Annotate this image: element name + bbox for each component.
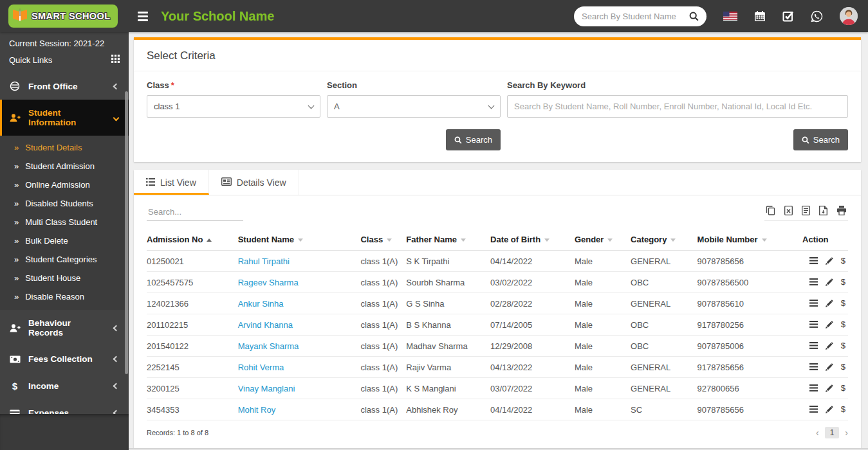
view-details-icon[interactable] bbox=[809, 321, 818, 328]
tab-label: Details View bbox=[237, 177, 286, 188]
cell-category: GENERAL bbox=[631, 293, 697, 314]
student-name-link[interactable]: Mohit Roy bbox=[238, 405, 276, 415]
col-father-name[interactable]: Father Name bbox=[406, 229, 490, 251]
sidebar-subitem[interactable]: » Disabled Students bbox=[0, 194, 129, 213]
fees-dollar-icon[interactable]: $ bbox=[841, 256, 845, 266]
col-action: Action bbox=[802, 229, 848, 251]
edit-pencil-icon[interactable] bbox=[826, 384, 833, 392]
export-pdf-icon[interactable] bbox=[819, 206, 827, 215]
sidebar-scrollbar[interactable] bbox=[125, 91, 128, 374]
student-name-link[interactable]: Arvind Khanna bbox=[238, 320, 293, 330]
sidebar-subitem[interactable]: » Student Admission bbox=[0, 157, 129, 176]
app-logo[interactable]: SMART SCHOOL bbox=[8, 4, 118, 28]
sidebar-subitem[interactable]: » Student Categories bbox=[0, 250, 129, 269]
view-details-icon[interactable] bbox=[809, 384, 818, 392]
cell-class: class 1(A) bbox=[360, 293, 406, 314]
language-flag-icon[interactable] bbox=[723, 12, 737, 21]
double-angle-icon: » bbox=[14, 292, 19, 302]
section-select[interactable]: A bbox=[327, 95, 501, 118]
col-category[interactable]: Category bbox=[631, 229, 697, 251]
whatsapp-icon[interactable] bbox=[811, 10, 823, 22]
edit-pencil-icon[interactable] bbox=[826, 257, 833, 265]
next-page-icon[interactable]: › bbox=[845, 428, 848, 438]
fees-dollar-icon[interactable]: $ bbox=[841, 341, 845, 350]
view-details-icon[interactable] bbox=[809, 278, 818, 285]
col-admission-no[interactable]: Admission No bbox=[147, 229, 238, 251]
logo-text: SMART SCHOOL bbox=[32, 11, 110, 21]
keyword-input[interactable] bbox=[507, 95, 848, 118]
sidebar-subitem[interactable]: » Student Details bbox=[0, 138, 129, 157]
section-label: Section bbox=[327, 80, 501, 90]
sort-icon bbox=[387, 239, 392, 242]
sidebar-item-fees-collection[interactable]: Fees Collection bbox=[0, 346, 129, 372]
prev-page-icon[interactable]: ‹ bbox=[816, 428, 819, 438]
class-select[interactable]: class 1 bbox=[147, 95, 320, 118]
copy-icon[interactable] bbox=[766, 206, 775, 215]
edit-pencil-icon[interactable] bbox=[826, 278, 833, 286]
export-csv-icon[interactable] bbox=[802, 206, 810, 215]
sidebar-subitem[interactable]: » Online Admission bbox=[0, 176, 129, 194]
student-name-link[interactable]: Rageev Sharma bbox=[238, 278, 299, 287]
col-date-of-birth[interactable]: Date of Birth bbox=[490, 229, 575, 251]
header-search-input[interactable] bbox=[582, 12, 689, 21]
sidebar-item-front-office[interactable]: Front Office bbox=[0, 73, 129, 100]
edit-pencil-icon[interactable] bbox=[826, 300, 833, 307]
col-student-name[interactable]: Student Name bbox=[238, 229, 361, 251]
view-details-icon[interactable] bbox=[809, 342, 818, 349]
cell-gender: Male bbox=[575, 293, 631, 314]
sidebar-toggle-icon[interactable] bbox=[138, 10, 151, 23]
class-search-button[interactable]: Search bbox=[446, 129, 501, 150]
export-excel-icon[interactable] bbox=[784, 206, 793, 215]
edit-pencil-icon[interactable] bbox=[826, 406, 833, 413]
student-name-link[interactable]: Rohit Verma bbox=[238, 363, 284, 372]
user-avatar[interactable] bbox=[840, 7, 858, 25]
tab-list-view[interactable]: List View bbox=[134, 170, 209, 195]
col-mobile-number[interactable]: Mobile Number bbox=[697, 229, 803, 251]
sidebar-item-income[interactable]: $ Income bbox=[0, 372, 129, 400]
fees-dollar-icon[interactable]: $ bbox=[841, 362, 845, 372]
sidebar-item-expenses[interactable]: Expenses bbox=[0, 400, 129, 414]
col-gender[interactable]: Gender bbox=[575, 229, 631, 251]
fees-dollar-icon[interactable]: $ bbox=[841, 298, 845, 308]
search-icon[interactable] bbox=[689, 12, 699, 21]
sidebar-subitem[interactable]: » Bulk Delete bbox=[0, 231, 129, 250]
grid-icon[interactable] bbox=[111, 55, 120, 65]
view-details-icon[interactable] bbox=[809, 300, 818, 307]
student-name-link[interactable]: Vinay Manglani bbox=[238, 384, 295, 393]
sidebar-subitem[interactable]: » Multi Class Student bbox=[0, 213, 129, 231]
table-search-input[interactable] bbox=[147, 204, 243, 221]
cell-father-name: S K Tirpathi bbox=[406, 251, 490, 272]
student-name-link[interactable]: Ankur Sinha bbox=[238, 299, 284, 309]
sidebar-item-behaviour-records[interactable]: Behaviour Records bbox=[0, 310, 129, 346]
edit-pencil-icon[interactable] bbox=[826, 363, 833, 371]
view-details-icon[interactable] bbox=[809, 363, 818, 370]
sidebar-subitem[interactable]: » Disable Reason bbox=[0, 287, 129, 306]
cell-category: GENERAL bbox=[631, 378, 697, 399]
fees-dollar-icon[interactable]: $ bbox=[841, 383, 845, 393]
table-row: 01250021 Rahul Tirpathi class 1(A) S K T… bbox=[147, 251, 848, 272]
sidebar-item-student-information[interactable]: Student Information bbox=[0, 100, 129, 136]
table-row: 3200125 Vinay Manglani class 1(A) K S Ma… bbox=[147, 378, 848, 399]
student-name-link[interactable]: Mayank Sharma bbox=[238, 341, 299, 351]
keyword-search-button[interactable]: Search bbox=[793, 129, 848, 150]
sidebar-subitem[interactable]: » Student House bbox=[0, 269, 129, 287]
todo-check-icon[interactable] bbox=[782, 10, 794, 22]
view-details-icon[interactable] bbox=[809, 257, 818, 264]
page-number[interactable]: 1 bbox=[825, 427, 840, 438]
edit-pencil-icon[interactable] bbox=[826, 342, 833, 350]
print-icon[interactable] bbox=[836, 206, 847, 215]
fees-dollar-icon[interactable]: $ bbox=[841, 320, 845, 329]
cell-admission-no: 201102215 bbox=[147, 314, 238, 336]
edit-pencil-icon[interactable] bbox=[826, 321, 833, 328]
fees-dollar-icon[interactable]: $ bbox=[841, 404, 845, 414]
calendar-icon[interactable] bbox=[754, 10, 766, 22]
student-name-link[interactable]: Rahul Tirpathi bbox=[238, 256, 290, 266]
view-details-icon[interactable] bbox=[809, 406, 818, 413]
fees-dollar-icon[interactable]: $ bbox=[841, 277, 845, 287]
tab-details-view[interactable]: Details View bbox=[209, 170, 299, 195]
cell-mobile: 927800656 bbox=[697, 378, 803, 399]
quick-links[interactable]: Quick Links bbox=[0, 51, 129, 73]
sidebar-filler bbox=[0, 414, 129, 450]
col-class[interactable]: Class bbox=[360, 229, 406, 251]
student-information-submenu: » Student Details » Student Admission » … bbox=[0, 136, 129, 310]
